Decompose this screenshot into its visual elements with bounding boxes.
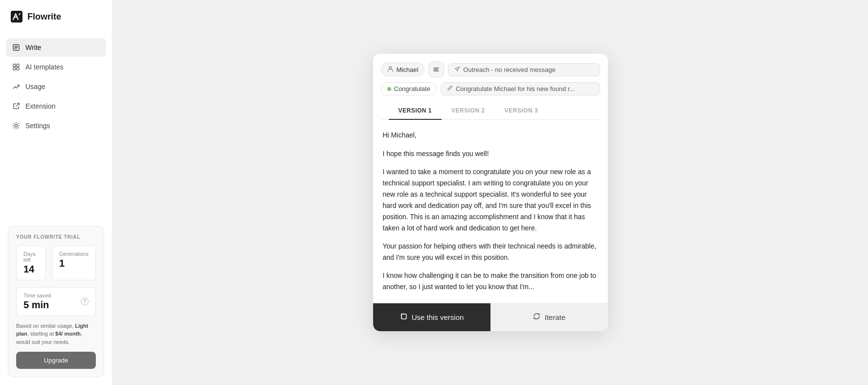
email-p3: Your passion for helping others with the… — [383, 241, 598, 263]
sidebar: Flowrite Write AI template — [0, 0, 112, 385]
tab-version-1[interactable]: VERSION 1 — [389, 102, 442, 120]
time-saved-info: Time saved 5 min — [23, 293, 51, 311]
time-saved-label: Time saved — [23, 293, 51, 298]
trial-box: Your Flowrite Trial Days left 14 Generat… — [8, 226, 104, 378]
email-greeting: Hi Michael, — [383, 130, 598, 141]
help-icon[interactable]: ? — [81, 297, 89, 305]
breadcrumb-row: Michael Outreach - no received message — [381, 62, 600, 77]
sidebar-item-write[interactable]: Write — [6, 38, 106, 57]
email-p2: I wanted to take a moment to congratulat… — [383, 166, 598, 234]
email-content: Hi Michael, I hope this message finds yo… — [373, 120, 608, 302]
copy-icon — [400, 312, 408, 322]
svg-point-6 — [15, 125, 18, 127]
tab-version-2[interactable]: VERSION 2 — [442, 102, 495, 120]
days-left-stat: Days left 14 — [16, 246, 46, 280]
email-p1: I hope this message finds you well! — [383, 148, 598, 159]
sidebar-item-ai-templates[interactable]: AI templates — [6, 58, 106, 76]
trial-section: Your Flowrite Trial Days left 14 Generat… — [0, 218, 112, 385]
sidebar-item-write-label: Write — [25, 44, 41, 51]
days-left-value: 14 — [23, 264, 39, 275]
sidebar-item-extension[interactable]: Extension — [6, 97, 106, 115]
svg-rect-5 — [17, 68, 19, 70]
generations-value: 1 — [59, 258, 89, 269]
time-saved-value: 5 min — [23, 299, 51, 311]
trending-up-icon — [12, 82, 21, 91]
pencil-icon — [447, 85, 453, 92]
sidebar-item-settings-label: Settings — [25, 122, 50, 130]
green-dot — [387, 87, 391, 91]
sidebar-item-ai-templates-label: AI templates — [25, 63, 64, 71]
logo-text: Flowrite — [27, 12, 61, 22]
version-tabs: VERSION 1 VERSION 2 VERSION 3 — [381, 102, 600, 120]
generations-label: Generations — [59, 251, 89, 257]
outreach-label: Outreach - no received message — [463, 66, 556, 73]
iterate-label: Iterate — [545, 313, 566, 321]
svg-rect-2 — [13, 64, 16, 67]
days-left-label: Days left — [23, 251, 39, 263]
sidebar-item-usage-label: Usage — [25, 83, 45, 91]
outreach-chip[interactable]: Outreach - no received message — [448, 63, 600, 76]
trial-title: Your Flowrite Trial — [16, 234, 96, 240]
tab-version-3[interactable]: VERSION 3 — [495, 102, 548, 120]
send-icon — [454, 66, 460, 73]
external-link-icon — [12, 102, 21, 111]
iterate-button[interactable]: Iterate — [490, 303, 608, 331]
grid-icon — [12, 63, 21, 71]
context-row: Congratulate Congratulate Michael for hi… — [381, 82, 600, 95]
logo-icon — [10, 10, 23, 23]
settings-icon — [12, 121, 21, 130]
logo: Flowrite — [0, 0, 112, 33]
modal-card: Michael Outreach - no received message — [373, 54, 608, 331]
prompt-label: Congratulate Michael for his new found r… — [456, 85, 575, 92]
main-content: Michael Outreach - no received message — [112, 0, 868, 385]
congratulate-chip[interactable]: Congratulate — [381, 82, 437, 95]
write-icon — [12, 43, 21, 52]
person-name: Michael — [397, 66, 419, 73]
generations-stat: Generations 1 — [52, 246, 96, 280]
use-version-label: Use this version — [412, 313, 464, 321]
person-icon — [387, 66, 394, 73]
sidebar-item-extension-label: Extension — [25, 102, 55, 110]
svg-point-7 — [389, 67, 392, 69]
person-chip[interactable]: Michael — [381, 63, 425, 76]
trial-description: Based on similar usage, Light plan, star… — [16, 322, 96, 346]
svg-rect-3 — [17, 64, 19, 67]
congratulate-label: Congratulate — [394, 85, 430, 92]
sidebar-item-usage[interactable]: Usage — [6, 77, 106, 96]
sidebar-item-settings[interactable]: Settings — [6, 116, 106, 135]
time-saved-row: Time saved 5 min ? — [16, 287, 96, 316]
modal-footer: Use this version Iterate — [373, 303, 608, 331]
modal-header: Michael Outreach - no received message — [373, 54, 608, 120]
sidebar-nav: Write AI templates Usage — [0, 33, 112, 140]
use-version-button[interactable]: Use this version — [373, 303, 490, 331]
email-p4: I know how challenging it can be to make… — [383, 270, 598, 293]
align-icon[interactable] — [428, 62, 444, 77]
trial-stats: Days left 14 Generations 1 — [16, 246, 96, 280]
svg-rect-4 — [13, 68, 16, 70]
upgrade-button[interactable]: Upgrade — [16, 352, 96, 369]
svg-rect-8 — [401, 314, 406, 319]
prompt-chip[interactable]: Congratulate Michael for his new found r… — [441, 82, 600, 95]
iterate-icon — [533, 312, 541, 322]
